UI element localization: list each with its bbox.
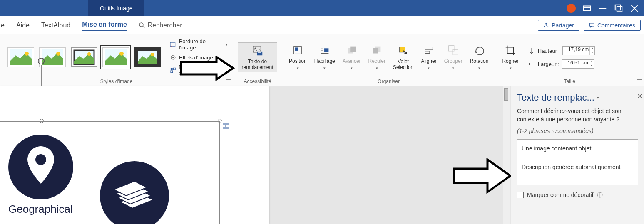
backward-button[interactable]: Reculer▾ (365, 42, 389, 72)
comments-icon (589, 22, 595, 28)
width-input[interactable]: 16,51 cm▲▼ (562, 59, 594, 69)
context-tab[interactable]: Outils Image (88, 0, 144, 16)
style-thumb[interactable] (71, 47, 97, 67)
pane-hint: (1-2 phrases recommandées) (517, 128, 638, 134)
height-label: Hauteur : (538, 48, 560, 54)
canvas: Geographical (0, 86, 510, 224)
group-button[interactable]: Grouper▾ (441, 42, 466, 72)
forward-button[interactable]: Avancer▾ (339, 42, 364, 72)
svg-rect-20 (253, 46, 261, 52)
pane-description: Comment décririez-vous cet objet et son … (517, 107, 638, 123)
svg-rect-2 (617, 6, 622, 11)
user-avatar[interactable] (567, 4, 576, 13)
maximize-icon[interactable] (614, 4, 623, 13)
vertical-scrollbar[interactable] (503, 86, 510, 224)
tab-partial[interactable]: e (1, 20, 5, 31)
ribbon: Bordure de l'image ▾ Effets d'image ▾ Di… (0, 34, 644, 86)
align-label: Aligner (421, 58, 436, 64)
crop-label: Rogner (502, 58, 518, 64)
alt-text-pane: ✕ Texte de remplac... ▾ Comment décririe… (511, 86, 644, 224)
alt-text-textarea[interactable]: Une image contenant objet Description gé… (517, 139, 638, 185)
minimize-icon[interactable] (598, 4, 607, 13)
decorative-label: Marquer comme décoratif (527, 192, 594, 198)
document-page[interactable]: Geographical (0, 86, 269, 224)
alt-text-label: Texte de remplacement (241, 59, 273, 71)
backward-label: Reculer (368, 58, 385, 64)
tab-aide[interactable]: Aide (16, 20, 30, 31)
close-icon[interactable] (630, 4, 639, 13)
svg-point-16 (172, 57, 174, 58)
selection-pane-button[interactable]: Volet Sélection (390, 43, 417, 72)
border-label: Bordure de l'image (179, 38, 223, 51)
align-button[interactable]: Aligner▾ (418, 42, 440, 72)
location-pin-icon (7, 134, 74, 200)
rotate-button[interactable]: Rotation▾ (467, 42, 492, 72)
svg-point-3 (139, 23, 143, 27)
alt-text-button[interactable]: Texte de remplacement (238, 42, 277, 73)
pane-close-icon[interactable]: ✕ (637, 92, 642, 100)
ribbon-tabs: e Aide TextAloud Mise en forme Recherche… (0, 16, 644, 34)
svg-rect-17 (171, 68, 173, 70)
tab-mise-en-forme[interactable]: Mise en forme (82, 19, 127, 31)
comments-label: Commentaires (597, 22, 635, 29)
group-btn-label: Grouper (444, 58, 462, 64)
picture-style-gallery[interactable] (3, 46, 165, 69)
annotation-arrow-icon (179, 56, 237, 82)
search-box[interactable]: Rechercher (139, 22, 182, 29)
svg-rect-27 (350, 47, 356, 52)
wrap-button[interactable]: Habillage▾ (311, 42, 338, 72)
dialog-launcher-icon[interactable] (637, 79, 642, 84)
layout-icon (170, 67, 176, 74)
group-size: Rogner▾ Hauteur : 17,19 cm▲▼ Largeur : 1… (495, 34, 644, 86)
width-value: 16,51 cm (567, 60, 588, 66)
selection-icon (397, 44, 410, 57)
position-label: Position (289, 58, 307, 64)
selpane-label: Volet Sélection (393, 59, 413, 71)
svg-rect-25 (324, 49, 328, 52)
comments-button[interactable]: Commentaires (584, 20, 641, 31)
style-thumb[interactable] (134, 47, 161, 67)
info-icon[interactable]: i (597, 192, 603, 198)
share-button[interactable]: Partager (538, 20, 579, 31)
svg-rect-34 (453, 50, 458, 55)
layout-options-icon[interactable] (221, 121, 231, 131)
tab-textaloud[interactable]: TextAloud (41, 20, 70, 31)
search-icon (139, 22, 145, 29)
scroll-thumb[interactable] (504, 88, 508, 101)
group-label-organize: Organiser (286, 78, 492, 85)
book-stack-icon (99, 160, 170, 224)
height-input[interactable]: 17,19 cm▲▼ (562, 46, 595, 55)
picture-border-menu[interactable]: Bordure de l'image ▾ (168, 37, 229, 52)
alt-text-line1: Une image contenant objet (522, 144, 634, 153)
style-thumb[interactable] (7, 47, 34, 67)
svg-rect-24 (295, 48, 298, 51)
forward-label: Avancer (343, 58, 361, 64)
svg-rect-32 (425, 51, 430, 54)
svg-point-5 (25, 52, 29, 56)
position-icon (291, 44, 304, 57)
svg-rect-33 (448, 46, 454, 51)
titlebar: Outils Image (0, 0, 644, 16)
rotate-icon (473, 44, 485, 57)
share-icon (543, 22, 549, 28)
resize-handle[interactable] (40, 119, 44, 123)
crop-button[interactable]: Rogner▾ (499, 42, 522, 72)
crop-icon (504, 44, 517, 57)
svg-rect-31 (425, 47, 433, 50)
wrap-label: Habillage (314, 58, 335, 64)
ribbon-display-icon[interactable] (582, 4, 592, 13)
decorative-checkbox[interactable] (517, 192, 524, 198)
wrap-icon (318, 44, 331, 57)
border-icon (170, 41, 177, 48)
position-button[interactable]: Position▾ (286, 42, 310, 72)
style-thumb[interactable] (102, 47, 129, 67)
height-value: 17,19 cm (568, 47, 589, 52)
svg-point-11 (119, 52, 124, 56)
svg-rect-19 (171, 71, 173, 73)
group-label-access: Accessibilité (236, 78, 278, 85)
svg-point-38 (35, 154, 46, 165)
share-label: Partager (552, 22, 574, 29)
group-icon (447, 44, 460, 57)
svg-text:i: i (599, 193, 600, 197)
rotation-handle-icon[interactable] (37, 57, 45, 65)
